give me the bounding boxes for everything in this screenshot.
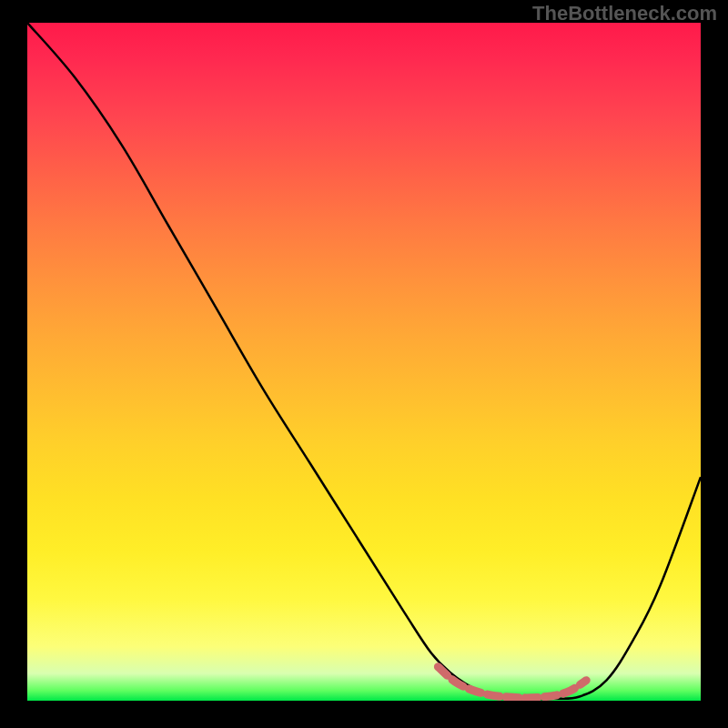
bottleneck-curve-line xyxy=(27,23,701,699)
chart-svg xyxy=(27,23,701,701)
watermark-text: TheBottleneck.com xyxy=(532,2,717,25)
chart-area xyxy=(27,23,701,701)
optimal-range-highlight-line xyxy=(438,667,586,698)
